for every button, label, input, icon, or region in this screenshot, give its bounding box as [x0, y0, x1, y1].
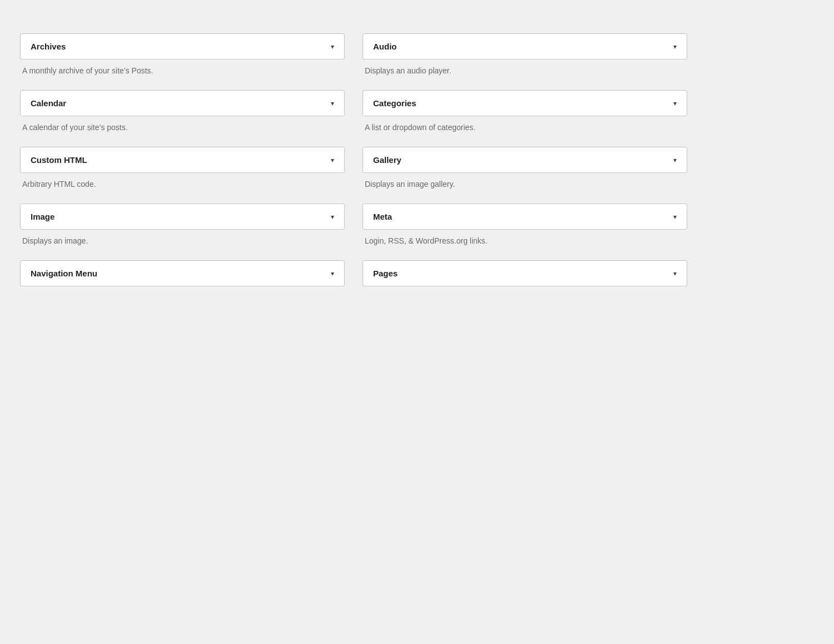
widget-archives[interactable]: Archives▾ — [20, 33, 345, 60]
widget-description: Login, RSS, & WordPress.org links. — [363, 230, 687, 258]
widget-name-label: Custom HTML — [31, 155, 87, 165]
widget-calendar[interactable]: Calendar▾ — [20, 90, 345, 116]
widget-gallery[interactable]: Gallery▾ — [363, 147, 687, 173]
widgets-grid: Archives▾A monthly archive of your site’… — [20, 33, 687, 289]
list-item: Pages▾ — [363, 260, 687, 286]
widget-description: Displays an image gallery. — [363, 173, 687, 201]
chevron-down-icon: ▾ — [673, 100, 677, 107]
chevron-down-icon: ▾ — [331, 270, 334, 278]
widget-description: A monthly archive of your site’s Posts. — [20, 60, 345, 88]
list-item: Gallery▾Displays an image gallery. — [363, 147, 687, 201]
widget-categories[interactable]: Categories▾ — [363, 90, 687, 116]
widget-name-label: Audio — [373, 42, 397, 51]
widget-description: A list or dropdown of categories. — [363, 116, 687, 145]
widgets-column-right: Audio▾Displays an audio player.Categorie… — [363, 33, 687, 289]
widget-name-label: Image — [31, 212, 54, 221]
chevron-down-icon: ▾ — [673, 213, 677, 221]
widgets-column-left: Archives▾A monthly archive of your site’… — [20, 33, 345, 289]
chevron-down-icon: ▾ — [331, 213, 334, 221]
list-item: Custom HTML▾Arbitrary HTML code. — [20, 147, 345, 201]
list-item: Navigation Menu▾ — [20, 260, 345, 286]
widget-description: Arbitrary HTML code. — [20, 173, 345, 201]
widget-name-label: Gallery — [373, 155, 401, 165]
list-item: Calendar▾A calendar of your site’s posts… — [20, 90, 345, 145]
widget-name-label: Categories — [373, 98, 416, 108]
chevron-down-icon: ▾ — [331, 156, 334, 164]
list-item: Meta▾Login, RSS, & WordPress.org links. — [363, 204, 687, 258]
widget-navigation-menu[interactable]: Navigation Menu▾ — [20, 260, 345, 286]
chevron-down-icon: ▾ — [673, 156, 677, 164]
widget-name-label: Pages — [373, 269, 398, 278]
list-item: Image▾Displays an image. — [20, 204, 345, 258]
chevron-down-icon: ▾ — [673, 43, 677, 51]
widget-image[interactable]: Image▾ — [20, 204, 345, 230]
widget-pages[interactable]: Pages▾ — [363, 260, 687, 286]
chevron-down-icon: ▾ — [673, 270, 677, 278]
widget-name-label: Navigation Menu — [31, 269, 97, 278]
widget-custom-html[interactable]: Custom HTML▾ — [20, 147, 345, 173]
widget-name-label: Archives — [31, 42, 66, 51]
list-item: Archives▾A monthly archive of your site’… — [20, 33, 345, 88]
chevron-down-icon: ▾ — [331, 43, 334, 51]
widget-name-label: Meta — [373, 212, 392, 221]
list-item: Categories▾A list or dropdown of categor… — [363, 90, 687, 145]
widget-description: Displays an audio player. — [363, 60, 687, 88]
widget-description: A calendar of your site’s posts. — [20, 116, 345, 145]
widget-description: Displays an image. — [20, 230, 345, 258]
chevron-down-icon: ▾ — [331, 100, 334, 107]
widget-name-label: Calendar — [31, 98, 66, 108]
widget-audio[interactable]: Audio▾ — [363, 33, 687, 60]
list-item: Audio▾Displays an audio player. — [363, 33, 687, 88]
widget-meta[interactable]: Meta▾ — [363, 204, 687, 230]
